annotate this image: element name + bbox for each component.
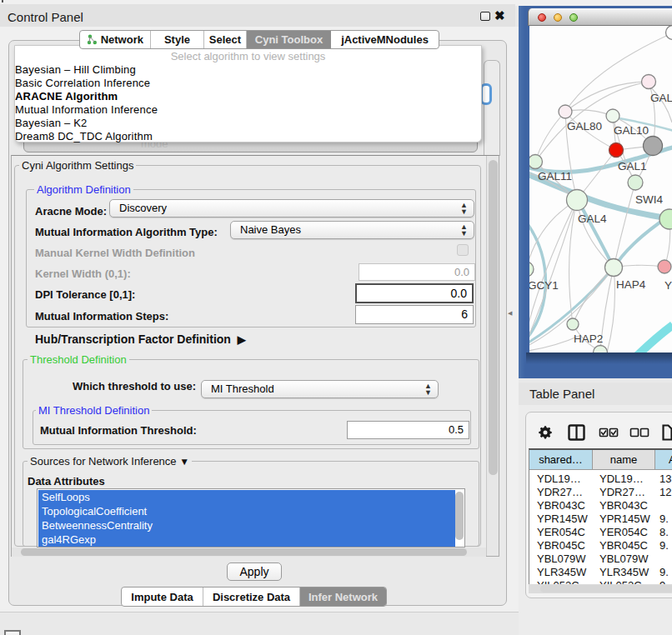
svg-text:YEL: YEL: [664, 279, 672, 292]
svg-text:GCY1: GCY1: [529, 279, 559, 292]
svg-text:GAL1: GAL1: [618, 160, 647, 172]
svg-text:SWI4: SWI4: [635, 193, 663, 206]
svg-text:HAP4: HAP4: [616, 278, 646, 291]
svg-text:GAL10: GAL10: [614, 124, 649, 137]
svg-text:GAL7: GAL7: [650, 92, 672, 104]
svg-text:GAL80: GAL80: [567, 120, 602, 132]
svg-text:GAL11: GAL11: [538, 170, 572, 182]
svg-text:GAL4: GAL4: [578, 212, 607, 225]
svg-text:HAP2: HAP2: [574, 332, 603, 345]
